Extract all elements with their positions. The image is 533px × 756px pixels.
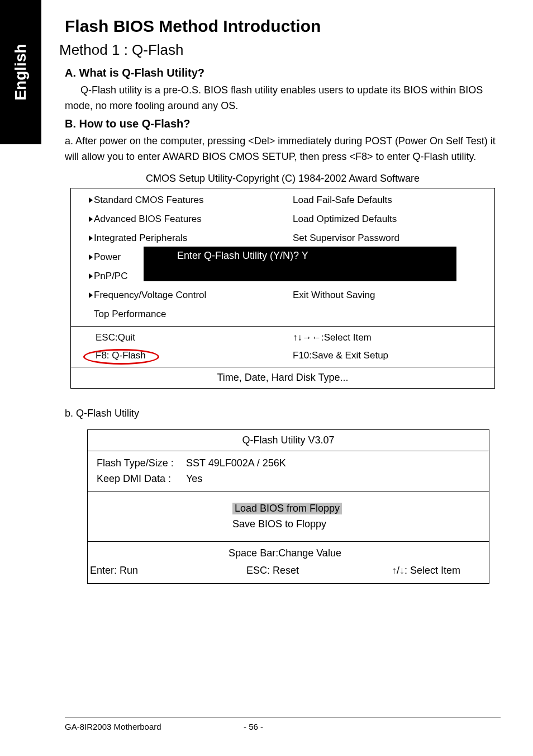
section-b-label: B. How to use Q-Flash? (65, 117, 501, 130)
qflash-foot: Space Bar:Change Value Enter: Run ESC: R… (88, 542, 489, 583)
cmos-menu-item: Advanced BIOS Features (71, 210, 283, 229)
qflash-prompt-text: Enter Q-Flash Utility (Y/N)? Y (177, 250, 308, 261)
cmos-table: Standard CMOS Features Advanced BIOS Fea… (70, 188, 495, 389)
qflash-ops: Load BIOS from Floppy Save BIOS to Flopp… (88, 492, 489, 542)
cmos-item-label: Top Performance (94, 309, 166, 320)
f10-save-label: F10:Save & Exit Setup (293, 350, 388, 361)
footer-left: GA-8IR2003 Motherboard (65, 722, 244, 731)
cmos-menu-item: Integrated Peripherals (71, 229, 283, 248)
page-subtitle: Method 1 : Q-Flash (59, 41, 501, 59)
esc-quit-label: ESC:Quit (96, 332, 135, 343)
cmos-hint-row: ESC:Quit ↑↓→←:Select Item (71, 329, 494, 347)
cmos-item-label: Load Optimized Defaults (293, 214, 397, 225)
qflash-table: Q-Flash Utility V3.07 Flash Type/Size : … (87, 429, 489, 584)
qflash-info-label: Keep DMI Data : (97, 473, 186, 485)
cmos-menu-item: Load Optimized Defaults (283, 210, 494, 229)
cmos-menu-item: Standard CMOS Features (71, 191, 283, 210)
cmos-item-label: Exit Without Saving (293, 290, 375, 301)
cmos-menu-item: Exit Without Saving (283, 286, 494, 305)
qflash-foot-esc: ESC: Reset (246, 565, 392, 577)
triangle-icon (89, 197, 93, 203)
cmos-item-label: Integrated Peripherals (94, 233, 187, 244)
language-label: English (12, 44, 30, 100)
qflash-intro-label: b. Q-Flash Utility (65, 408, 501, 419)
qflash-info-label: Flash Type/Size : (97, 457, 186, 469)
cmos-bottom-hint: Time, Date, Hard Disk Type... (71, 367, 494, 388)
cmos-item-label: Standard CMOS Features (94, 195, 204, 206)
cmos-item-label: Power (94, 252, 121, 263)
select-item-label: ↑↓→←:Select Item (293, 332, 372, 343)
cmos-item-label: Set Supervisor Password (293, 233, 399, 244)
qflash-info-value: SST 49LF002A / 256K (186, 457, 286, 469)
qflash-foot-enter: Enter: Run (90, 565, 246, 577)
qflash-op-load: Load BIOS from Floppy (232, 501, 344, 517)
f8-highlight-oval (83, 349, 159, 365)
cmos-item-label: PnP/PC (94, 271, 127, 282)
cmos-menu-item: Frequency/Voltage Control (71, 286, 283, 305)
section-a-label: A. What is Q-Flash Utility? (65, 67, 501, 79)
qflash-info-row: Flash Type/Size : SST 49LF002A / 256K (97, 456, 480, 471)
triangle-icon (89, 254, 93, 260)
qflash-op-save-label: Save BIOS to Floppy (232, 518, 326, 530)
page-content: Flash BIOS Method Introduction Method 1 … (65, 17, 501, 584)
section-b-body: a. After power on the computer, pressing… (65, 134, 501, 165)
cmos-top: Standard CMOS Features Advanced BIOS Fea… (71, 188, 494, 326)
section-a-body: Q-Flash utility is a pre-O.S. BIOS flash… (65, 83, 501, 114)
qflash-title: Q-Flash Utility V3.07 (88, 430, 489, 451)
qflash-info-value: Yes (186, 473, 202, 485)
qflash-foot-select: ↑/↓: Select Item (392, 565, 480, 577)
qflash-info: Flash Type/Size : SST 49LF002A / 256K Ke… (88, 451, 489, 492)
triangle-icon (89, 235, 93, 241)
page-footer: GA-8IR2003 Motherboard - 56 - (65, 717, 501, 731)
cmos-item-label: Frequency/Voltage Control (94, 290, 206, 301)
triangle-icon (89, 273, 93, 279)
cmos-item-label: Load Fail-Safe Defaults (293, 195, 392, 206)
footer-page-number: - 56 - (244, 722, 501, 731)
triangle-icon (89, 292, 93, 298)
qflash-foot-row: Enter: Run ESC: Reset ↑/↓: Select Item (90, 565, 480, 577)
qflash-info-row: Keep DMI Data : Yes (97, 471, 480, 487)
language-tab: English (0, 0, 41, 144)
cmos-item-label: Advanced BIOS Features (94, 214, 202, 225)
triangle-icon (89, 216, 93, 222)
cmos-menu-item: Set Supervisor Password (283, 229, 494, 248)
qflash-op-save: Save BIOS to Floppy (232, 517, 344, 532)
cmos-caption: CMOS Setup Utility-Copyright (C) 1984-20… (65, 173, 501, 185)
qflash-prompt-overlay: Enter Q-Flash Utility (Y/N)? Y (144, 247, 456, 281)
qflash-op-load-label: Load BIOS from Floppy (232, 503, 342, 514)
cmos-menu-item: Load Fail-Safe Defaults (283, 191, 494, 210)
page-title: Flash BIOS Method Introduction (65, 17, 501, 36)
qflash-foot-space: Space Bar:Change Value (90, 547, 480, 559)
cmos-menu-item (283, 305, 494, 324)
cmos-menu-item: Top Performance (71, 305, 283, 324)
